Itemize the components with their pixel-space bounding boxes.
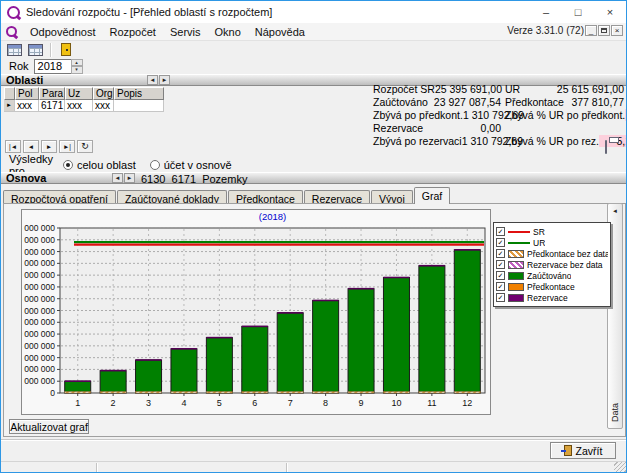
nav-first-icon[interactable]: |◄ <box>5 140 21 153</box>
svg-text:18 000 000: 18 000 000 <box>22 282 55 292</box>
tab-bar: Rozpočtová opatření Zaúčtované doklady P… <box>3 187 626 204</box>
cell-pol[interactable]: xxx <box>15 100 39 112</box>
tab-zauctovane-doklady[interactable]: Zaúčtované doklady <box>117 190 227 204</box>
overview-table-button[interactable] <box>25 42 45 58</box>
col-pol[interactable]: Pol <box>15 87 39 100</box>
svg-text:22 000 000: 22 000 000 <box>22 258 55 268</box>
table-row[interactable]: ► xxx 6171 xxx xxx <box>4 100 164 112</box>
osnova-header: Osnova <box>1 172 626 184</box>
spin-down-icon[interactable]: ▾ <box>71 66 83 74</box>
mdi-close-icon[interactable]: × <box>611 25 623 36</box>
legend-checkbox-icon[interactable]: ✓ <box>496 282 505 291</box>
menu-rozpocet[interactable]: Rozpočet <box>102 24 162 40</box>
legend-checkbox-icon[interactable]: ✓ <box>496 260 505 269</box>
table-icon <box>28 44 43 56</box>
tab-graf[interactable]: Graf <box>414 187 450 204</box>
tab-predkontace[interactable]: Předkontace <box>228 190 303 204</box>
exit-button[interactable] <box>56 42 76 58</box>
close-icon[interactable]: × <box>594 1 626 23</box>
summary-value: 23 927 087,54 <box>434 96 501 108</box>
year-input[interactable]: 2018 ▴ ▾ <box>34 59 72 74</box>
tab-rezervace[interactable]: Rezervace <box>304 190 370 204</box>
legend-item: ✓Předkontace bez data <box>496 248 608 259</box>
nav-last-icon[interactable]: ►| <box>59 140 75 153</box>
summary-value: 0,00 <box>481 122 501 134</box>
summary-value: 377 810,77 <box>571 96 624 108</box>
window-title: Sledování rozpočtu - [Přehled oblastí s … <box>26 6 272 18</box>
summary-right: UR25 615 691,00 Předkontace377 810,77 Zb… <box>505 82 624 147</box>
legend-checkbox-icon[interactable]: ✓ <box>496 271 505 280</box>
svg-text:(2018): (2018) <box>259 211 286 222</box>
minimize-icon[interactable]: – <box>530 1 562 23</box>
menu-napoveda[interactable]: Nápověda <box>248 24 312 40</box>
svg-text:9: 9 <box>359 398 364 408</box>
menu-servis[interactable]: Servis <box>163 24 208 40</box>
col-uz[interactable]: Uz <box>65 87 93 100</box>
svg-text:0: 0 <box>50 388 55 398</box>
cell-para[interactable]: 6171 <box>39 100 65 112</box>
svg-text:28 000 000: 28 000 000 <box>22 223 55 233</box>
oblasti-next-icon[interactable]: ► <box>159 75 170 85</box>
svg-text:12: 12 <box>462 398 472 408</box>
legend-checkbox-icon[interactable]: ✓ <box>496 249 505 258</box>
legend-label: Rezervace <box>527 293 568 303</box>
app-icon <box>7 6 20 19</box>
close-door-icon <box>564 445 572 456</box>
svg-text:8: 8 <box>323 398 328 408</box>
legend-swatch-fill <box>508 294 524 302</box>
svg-text:6 000 000: 6 000 000 <box>22 353 55 363</box>
radio-label-whole-area[interactable]: celou oblast <box>77 159 136 171</box>
mdi-app-icon[interactable] <box>6 26 17 37</box>
tab-rozpoctova-opatreni[interactable]: Rozpočtová opatření <box>3 190 116 204</box>
cell-popis[interactable] <box>114 100 164 112</box>
app-window: Sledování rozpočtu - [Přehled oblastí s … <box>0 0 627 473</box>
title-bar[interactable]: Sledování rozpočtu - [Přehled oblastí s … <box>1 1 626 23</box>
svg-text:16 000 000: 16 000 000 <box>22 294 55 304</box>
radio-account-in-outline[interactable] <box>150 160 160 170</box>
svg-text:14 000 000: 14 000 000 <box>22 306 55 316</box>
update-chart-button[interactable]: Aktualizovat graf <box>9 419 89 434</box>
summary-label: Zbývá po předkont. <box>373 109 463 121</box>
legend-label: UR <box>533 238 545 248</box>
legend-item: ✓Předkontace <box>496 281 608 292</box>
maximize-icon[interactable]: □ <box>562 1 594 23</box>
legend-checkbox-icon[interactable]: ✓ <box>496 227 505 236</box>
toolbar-separator <box>50 43 52 57</box>
col-para[interactable]: Para <box>39 87 65 100</box>
osnova-next-icon[interactable]: ► <box>124 173 135 183</box>
svg-text:4: 4 <box>181 398 186 408</box>
print-icon[interactable] <box>605 140 607 154</box>
radio-label-account-in-outline[interactable]: účet v osnově <box>164 159 232 171</box>
resize-grip[interactable] <box>614 462 626 473</box>
radio-whole-area[interactable] <box>63 160 73 170</box>
panel-expand-icon[interactable]: ◄ <box>612 208 618 214</box>
close-window-button[interactable]: Zavřít <box>550 442 616 459</box>
svg-text:4 000 000: 4 000 000 <box>22 364 55 374</box>
menu-odpovednost[interactable]: Odpovědnost <box>23 24 102 40</box>
legend-checkbox-icon[interactable]: ✓ <box>496 238 505 247</box>
cell-org[interactable]: xxx <box>93 100 114 112</box>
budget-table-button[interactable] <box>4 42 24 58</box>
row-marker-icon: ► <box>4 100 15 112</box>
nav-refresh-icon[interactable]: ↻ <box>77 140 93 153</box>
nav-next-icon[interactable]: ► <box>41 140 57 153</box>
col-popis[interactable]: Popis <box>114 87 164 100</box>
oblasti-title: Oblasti <box>6 74 43 86</box>
legend-swatch-fill <box>508 283 524 291</box>
col-org[interactable]: Org <box>93 87 114 100</box>
mdi-minimize-icon[interactable]: _ <box>585 25 597 36</box>
svg-text:1: 1 <box>75 398 80 408</box>
summary-label: Zbývá % UR po rez. <box>505 135 599 147</box>
oblasti-prev-icon[interactable]: ◄ <box>147 75 158 85</box>
spin-up-icon[interactable]: ▴ <box>71 59 83 67</box>
tab-vyvoj[interactable]: Vývoj <box>371 190 413 204</box>
menu-okno[interactable]: Okno <box>207 24 247 40</box>
mdi-restore-icon[interactable] <box>598 25 610 36</box>
summary-label: Rozpočet SR <box>373 83 435 95</box>
cell-uz[interactable]: xxx <box>65 100 93 112</box>
nav-prev-icon[interactable]: ◄ <box>23 140 39 153</box>
svg-text:7: 7 <box>288 398 293 408</box>
legend-checkbox-icon[interactable]: ✓ <box>496 293 505 302</box>
osnova-prev-icon[interactable]: ◄ <box>112 173 123 183</box>
summary-value: 25 615 691,00 <box>557 83 624 95</box>
